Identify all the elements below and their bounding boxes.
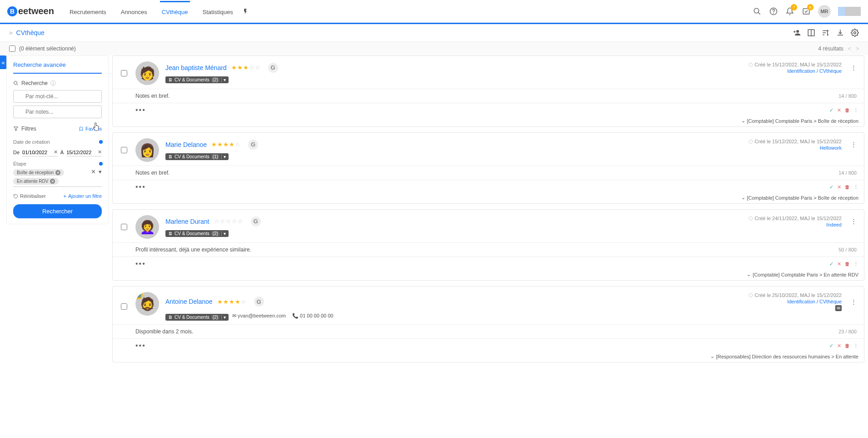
info-icon[interactable]: i (50, 81, 56, 86)
chevron-down-icon[interactable]: ▾ (221, 231, 226, 236)
pipeline-path[interactable]: [Comptable] Comptable Paris > En attente… (753, 272, 858, 277)
cv-documents-pill[interactable]: 🗎 CV & Documents (2) ▾ (165, 230, 229, 237)
breadcrumb[interactable]: CVthèque (16, 29, 45, 36)
card-menu-icon[interactable]: ⋮ (851, 141, 857, 148)
notes-input[interactable] (13, 106, 102, 118)
approve-icon[interactable]: ✓ (829, 184, 833, 190)
add-user-icon[interactable] (793, 29, 801, 37)
candidate-name[interactable]: Marie Delanoe (165, 141, 207, 148)
clear-date-to-icon[interactable]: ✕ (98, 149, 102, 155)
nav-tab-recrutements[interactable]: Recrutements (68, 1, 108, 22)
approve-icon[interactable]: ✓ (829, 261, 833, 267)
approve-icon[interactable]: ✓ (829, 343, 833, 349)
card-menu-icon[interactable]: ⋮ (851, 298, 857, 305)
clear-stage-chips-icon[interactable]: ✕ (91, 168, 96, 175)
card-menu-icon[interactable]: ⋮ (851, 218, 857, 225)
remove-chip-icon[interactable]: ✕ (50, 179, 55, 184)
google-icon[interactable]: G (254, 297, 264, 307)
stage-chip[interactable]: En attente RDV✕ (13, 178, 59, 185)
row-menu-icon[interactable]: ⋮ (853, 343, 858, 349)
candidate-avatar[interactable]: 👩 (135, 138, 159, 162)
reject-icon[interactable]: ✕ (837, 107, 841, 113)
candidate-name[interactable]: Jean baptiste Ménard (165, 64, 227, 71)
notes-text[interactable]: Disponible dans 2 mois. (135, 328, 193, 335)
delete-icon[interactable]: 🗑 (845, 184, 850, 190)
pipeline-path[interactable]: [Comptable] Comptable Paris > Boîte de r… (747, 118, 859, 124)
pipeline-path[interactable]: [Comptable] Comptable Paris > Boîte de r… (747, 195, 859, 201)
company-logo[interactable] (838, 7, 861, 16)
reject-icon[interactable]: ✕ (837, 184, 841, 190)
nav-tab-statistiques[interactable]: Statistiques (201, 1, 235, 22)
stage-dropdown-icon[interactable]: ▾ (99, 168, 102, 175)
sort-icon[interactable] (822, 29, 830, 37)
user-avatar[interactable]: MR (818, 5, 831, 18)
source-link[interactable]: Indeed (826, 222, 842, 227)
date-from-input[interactable] (22, 150, 54, 155)
nav-tab-annonces[interactable]: Annonces (119, 1, 149, 22)
row-menu-icon[interactable]: ⋮ (853, 107, 858, 113)
notes-text[interactable]: Notes en bref. (135, 170, 170, 176)
remove-chip-icon[interactable]: ✕ (55, 170, 60, 175)
candidate-avatar[interactable]: 👩‍🦱 (135, 215, 159, 239)
search-icon[interactable] (753, 7, 762, 16)
rating-stars[interactable]: ☆☆☆☆☆ (214, 218, 244, 225)
prev-page-icon[interactable]: < (848, 45, 851, 52)
cv-documents-pill[interactable]: 🗎 CV & Documents (1) ▾ (165, 153, 229, 160)
reject-icon[interactable]: ✕ (837, 343, 841, 349)
search-button[interactable]: Rechercher (13, 204, 102, 218)
select-candidate-checkbox[interactable] (121, 303, 127, 310)
notes-text[interactable]: Profil intéressant, déjà une expérience … (135, 247, 251, 253)
expand-path-icon[interactable]: ⌄ (741, 118, 745, 124)
nav-tab-cvthèque[interactable]: CVthèque (160, 1, 190, 22)
flash-icon[interactable] (242, 7, 249, 15)
next-page-icon[interactable]: > (856, 45, 859, 52)
more-actions-icon[interactable]: ••• (135, 260, 146, 268)
stage-chip[interactable]: Boîte de réception✕ (13, 169, 64, 176)
rating-stars[interactable]: ★★★★☆ (217, 298, 247, 305)
notes-text[interactable]: Notes en bref. (135, 93, 170, 99)
collapse-sidebar-button[interactable]: « (0, 55, 6, 69)
reset-button[interactable]: Réinitialiser (13, 193, 46, 199)
card-menu-icon[interactable]: ⋮ (851, 64, 857, 71)
envelope-icon[interactable]: ✉ (835, 305, 842, 311)
candidate-avatar[interactable]: 👥🧔 (135, 292, 159, 316)
source-link[interactable]: Identification / CVthèque (787, 68, 842, 74)
download-icon[interactable] (836, 29, 844, 37)
row-menu-icon[interactable]: ⋮ (853, 261, 858, 267)
cv-documents-pill[interactable]: 🗎 CV & Documents (2) ▾ (165, 314, 229, 321)
reject-icon[interactable]: ✕ (837, 261, 841, 267)
settings-icon[interactable] (851, 29, 859, 37)
google-icon[interactable]: G (268, 63, 278, 73)
columns-icon[interactable] (807, 29, 815, 37)
more-actions-icon[interactable]: ••• (135, 106, 146, 114)
rating-stars[interactable]: ★★★★☆ (211, 141, 241, 148)
google-icon[interactable]: G (248, 140, 258, 150)
expand-path-icon[interactable]: ⌄ (741, 195, 745, 201)
source-link[interactable]: Hellowork (820, 145, 842, 151)
date-to-input[interactable] (66, 150, 98, 155)
delete-icon[interactable]: 🗑 (845, 107, 850, 113)
cv-documents-pill[interactable]: 🗎 CV & Documents (2) ▾ (165, 76, 229, 83)
delete-icon[interactable]: 🗑 (845, 261, 850, 267)
expand-path-icon[interactable]: ⌄ (710, 353, 714, 359)
notification-icon[interactable]: 7 (785, 7, 794, 16)
row-menu-icon[interactable]: ⋮ (853, 184, 858, 190)
keyword-input[interactable] (13, 90, 102, 103)
chevron-down-icon[interactable]: ▾ (221, 154, 226, 159)
source-link[interactable]: Identification / CVthèque (787, 299, 842, 304)
add-filter-button[interactable]: + Ajouter un filtre (64, 193, 102, 199)
candidate-avatar[interactable]: 🧑 (135, 61, 159, 85)
inbox-icon[interactable]: 9 (802, 7, 811, 16)
google-icon[interactable]: G (251, 216, 261, 227)
clear-date-from-icon[interactable]: ✕ (54, 149, 58, 155)
select-all-checkbox[interactable] (9, 45, 15, 52)
more-actions-icon[interactable]: ••• (135, 342, 146, 350)
favoris-button[interactable]: Favoris (79, 126, 102, 131)
logo[interactable]: B eetween (7, 6, 54, 16)
pipeline-path[interactable]: [Responsables] Direction des ressources … (716, 354, 858, 359)
select-candidate-checkbox[interactable] (121, 147, 127, 153)
more-actions-icon[interactable]: ••• (135, 183, 146, 191)
delete-icon[interactable]: 🗑 (845, 343, 850, 348)
help-icon[interactable] (769, 7, 778, 16)
select-candidate-checkbox[interactable] (121, 224, 127, 230)
